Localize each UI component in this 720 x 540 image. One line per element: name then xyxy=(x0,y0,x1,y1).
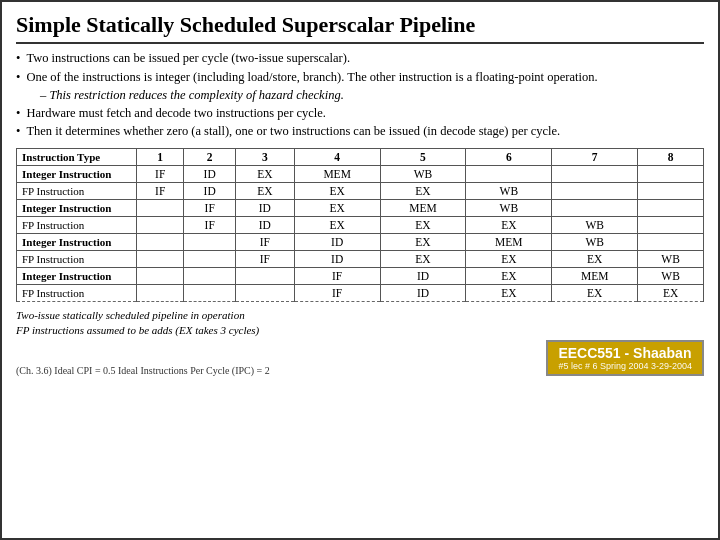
cell-r0-c0: IF xyxy=(137,165,184,182)
cell-r4-c3: ID xyxy=(294,233,380,250)
cell-r0-c7 xyxy=(638,165,704,182)
cell-r6-c7: WB xyxy=(638,267,704,284)
cell-r7-c4: ID xyxy=(380,284,466,301)
cell-r4-c1 xyxy=(184,233,236,250)
cell-r5-c7: WB xyxy=(638,250,704,267)
table-header-row: Instruction Type 1 2 3 4 5 6 7 8 xyxy=(17,148,704,165)
cell-r1-c3: EX xyxy=(294,182,380,199)
bullet-dot-2: • xyxy=(16,69,20,87)
cell-r1-c1: ID xyxy=(184,182,236,199)
cell-r0-c6 xyxy=(552,165,638,182)
sub-bullet: This restriction reduces the complexity … xyxy=(40,87,704,105)
cell-r6-c3: IF xyxy=(294,267,380,284)
cell-r3-c7 xyxy=(638,216,704,233)
cell-r5-c5: EX xyxy=(466,250,552,267)
bullet-text-1: Two instructions can be issued per cycle… xyxy=(26,50,350,68)
cell-r6-c6: MEM xyxy=(552,267,638,284)
cell-r4-c4: EX xyxy=(380,233,466,250)
cell-r3-c0 xyxy=(137,216,184,233)
row-label-2: Integer Instruction xyxy=(17,199,137,216)
cell-r7-c7: EX xyxy=(638,284,704,301)
cell-r5-c0 xyxy=(137,250,184,267)
row-label-7: FP Instruction xyxy=(17,284,137,301)
bullet-list: • Two instructions can be issued per cyc… xyxy=(16,50,704,142)
footer-caption: Two-issue statically scheduled pipeline … xyxy=(16,308,704,339)
col-header-5: 5 xyxy=(380,148,466,165)
table-row-4: Integer InstructionIFIDEXMEMWB xyxy=(17,233,704,250)
row-label-3: FP Instruction xyxy=(17,216,137,233)
cell-r6-c1 xyxy=(184,267,236,284)
table-row-3: FP InstructionIFIDEXEXEXWB xyxy=(17,216,704,233)
cell-r1-c5: WB xyxy=(466,182,552,199)
col-header-6: 6 xyxy=(466,148,552,165)
cell-r5-c1 xyxy=(184,250,236,267)
cell-r4-c2: IF xyxy=(235,233,294,250)
footer-meta: (Ch. 3.6) Ideal CPI = 0.5 Ideal Instruct… xyxy=(16,365,270,376)
bullet-text-4: Then it determines whether zero (a stall… xyxy=(26,123,560,141)
cell-r2-c0 xyxy=(137,199,184,216)
table-row-0: Integer InstructionIFIDEXMEMWB xyxy=(17,165,704,182)
cell-r1-c7 xyxy=(638,182,704,199)
cell-r2-c5: WB xyxy=(466,199,552,216)
cell-r4-c0 xyxy=(137,233,184,250)
cell-r6-c2 xyxy=(235,267,294,284)
bullet-4: • Then it determines whether zero (a sta… xyxy=(16,123,704,141)
footer-line1: Two-issue statically scheduled pipeline … xyxy=(16,308,704,323)
cell-r0-c5 xyxy=(466,165,552,182)
cell-r5-c4: EX xyxy=(380,250,466,267)
table-row-6: Integer InstructionIFIDEXMEMWB xyxy=(17,267,704,284)
cell-r3-c1: IF xyxy=(184,216,236,233)
bullet-2: • One of the instructions is integer (in… xyxy=(16,69,704,87)
slide-title: Simple Statically Scheduled Superscalar … xyxy=(16,12,704,44)
cell-r0-c1: ID xyxy=(184,165,236,182)
cell-r2-c1: IF xyxy=(184,199,236,216)
cell-r4-c6: WB xyxy=(552,233,638,250)
col-header-8: 8 xyxy=(638,148,704,165)
eecc-badge: EECC551 - Shaaban #5 lec # 6 Spring 2004… xyxy=(546,340,704,376)
bullet-3: • Hardware must fetch and decode two ins… xyxy=(16,105,704,123)
cell-r4-c5: MEM xyxy=(466,233,552,250)
footer-line2: FP instructions assumed to be adds (EX t… xyxy=(16,323,704,338)
row-label-4: Integer Instruction xyxy=(17,233,137,250)
bullet-dot-4: • xyxy=(16,123,20,141)
cell-r2-c2: ID xyxy=(235,199,294,216)
cell-r1-c2: EX xyxy=(235,182,294,199)
cell-r0-c2: EX xyxy=(235,165,294,182)
bullet-dot-1: • xyxy=(16,50,20,68)
cell-r1-c4: EX xyxy=(380,182,466,199)
col-header-instruction-type: Instruction Type xyxy=(17,148,137,165)
table-row-2: Integer InstructionIFIDEXMEMWB xyxy=(17,199,704,216)
cell-r3-c2: ID xyxy=(235,216,294,233)
cell-r6-c5: EX xyxy=(466,267,552,284)
cell-r3-c5: EX xyxy=(466,216,552,233)
cell-r0-c3: MEM xyxy=(294,165,380,182)
cell-r4-c7 xyxy=(638,233,704,250)
col-header-1: 1 xyxy=(137,148,184,165)
footer-row: (Ch. 3.6) Ideal CPI = 0.5 Ideal Instruct… xyxy=(16,340,704,376)
col-header-4: 4 xyxy=(294,148,380,165)
badge-main-text: EECC551 - Shaaban xyxy=(558,345,691,361)
bullet-dot-3: • xyxy=(16,105,20,123)
cell-r3-c4: EX xyxy=(380,216,466,233)
bullet-text-3: Hardware must fetch and decode two instr… xyxy=(26,105,326,123)
table-row-7: FP InstructionIFIDEXEXEX xyxy=(17,284,704,301)
slide: Simple Statically Scheduled Superscalar … xyxy=(0,0,720,540)
badge-sub-text: #5 lec # 6 Spring 2004 3-29-2004 xyxy=(558,361,692,371)
cell-r7-c5: EX xyxy=(466,284,552,301)
pipeline-table: Instruction Type 1 2 3 4 5 6 7 8 Integer… xyxy=(16,148,704,302)
cell-r6-c4: ID xyxy=(380,267,466,284)
cell-r2-c4: MEM xyxy=(380,199,466,216)
bullet-text-2: One of the instructions is integer (incl… xyxy=(26,69,597,87)
cell-r7-c0 xyxy=(137,284,184,301)
cell-r7-c3: IF xyxy=(294,284,380,301)
cell-r7-c1 xyxy=(184,284,236,301)
cell-r3-c3: EX xyxy=(294,216,380,233)
table-row-5: FP InstructionIFIDEXEXEXWB xyxy=(17,250,704,267)
cell-r1-c0: IF xyxy=(137,182,184,199)
row-label-6: Integer Instruction xyxy=(17,267,137,284)
row-label-1: FP Instruction xyxy=(17,182,137,199)
cell-r2-c3: EX xyxy=(294,199,380,216)
row-label-0: Integer Instruction xyxy=(17,165,137,182)
col-header-7: 7 xyxy=(552,148,638,165)
cell-r2-c7 xyxy=(638,199,704,216)
